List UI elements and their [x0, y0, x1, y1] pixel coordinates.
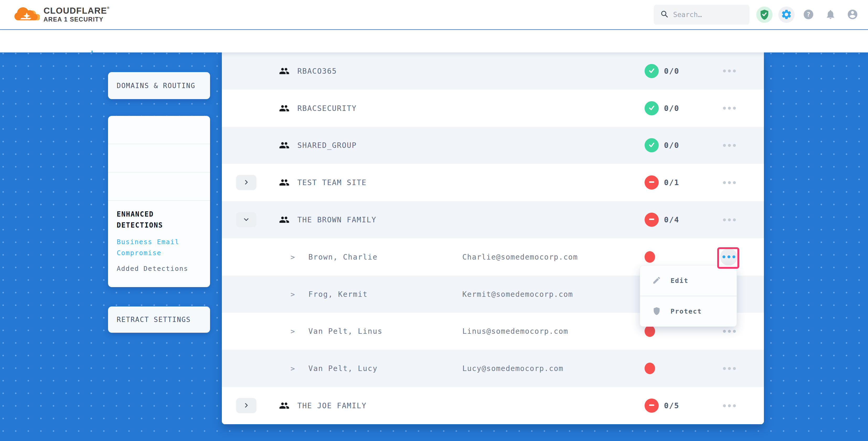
header-icons: ? — [756, 0, 861, 29]
menu-item-edit[interactable]: Edit — [640, 265, 737, 296]
group-name: TEST TEAM SITE — [298, 178, 367, 187]
bell-button[interactable] — [823, 6, 839, 23]
status-count: 0/5 — [664, 401, 679, 410]
group-row: RBACO365 0/0 — [222, 53, 764, 90]
ellipsis-icon — [723, 330, 726, 333]
directory-table: RBACO365 0/0 RBACSECURITY 0/0 SHARED_GRO… — [222, 53, 764, 424]
expand-button[interactable] — [236, 212, 256, 227]
sidebar-item-business-email-compromise[interactable]: Business Email Compromise — [117, 237, 202, 258]
status-count: 0/0 — [664, 104, 679, 113]
help-button[interactable]: ? — [800, 6, 816, 23]
sidebar-section-enhanced-detections: ENHANCED DETECTIONS Business Email Compr… — [108, 201, 210, 273]
menu-item-label: Protect — [671, 308, 702, 315]
ellipsis-icon — [723, 69, 726, 72]
check-icon — [647, 66, 656, 76]
search-input[interactable] — [673, 11, 739, 19]
sidebar-item-email-policies[interactable] — [108, 116, 210, 144]
member-name: Van Pelt, Lucy — [308, 364, 378, 373]
registered-mark: ® — [107, 6, 110, 10]
group-row: RBACSECURITY 0/0 — [222, 90, 764, 127]
member-row: > Van Pelt, Lucy Lucy@somedemocorp.com — [222, 350, 764, 387]
check-icon — [647, 140, 656, 150]
group-name: SHARED_GROUP — [298, 141, 356, 150]
bell-icon — [825, 9, 836, 21]
status-count: 0/1 — [664, 178, 679, 187]
member-email: Linus@somedemocorp.com — [462, 327, 568, 336]
group-row: SHARED_GROUP 0/0 — [222, 127, 764, 164]
context-menu: Edit Protect — [640, 265, 737, 327]
status-dot — [645, 251, 655, 263]
shield-check-icon — [758, 9, 770, 21]
row-menu-button[interactable] — [720, 173, 739, 192]
gear-button[interactable] — [778, 6, 795, 23]
member-name: Brown, Charlie — [308, 252, 378, 261]
status-dot — [645, 325, 655, 337]
member-email: Lucy@somedemocorp.com — [462, 364, 563, 373]
member-chevron-icon: > — [290, 253, 295, 261]
sidebar-item-label: DOMAINS & ROUTING — [108, 82, 195, 90]
group-name: RBACSECURITY — [298, 104, 356, 113]
brand-subtitle: AREA 1 SECURITY — [43, 16, 110, 23]
status-count: 0/4 — [664, 215, 679, 224]
brand-name: CLOUDFLARE® — [43, 6, 110, 15]
group-row: THE BROWN FAMILY 0/4 — [222, 201, 764, 238]
tab-bar — [0, 30, 868, 53]
status-count: 0/0 — [664, 141, 679, 150]
group-name: THE JOE FAMILY — [298, 401, 367, 410]
member-email: Kermit@somedemocorp.com — [462, 290, 573, 298]
row-menu-button[interactable] — [720, 211, 739, 229]
group-icon — [279, 215, 289, 225]
group-name: THE BROWN FAMILY — [298, 216, 377, 224]
expand-button[interactable] — [236, 398, 256, 413]
group-icon — [279, 400, 289, 411]
status-count: 0/0 — [664, 67, 679, 75]
row-menu-button[interactable] — [720, 99, 739, 118]
group-name: RBACO365 — [298, 67, 337, 75]
pencil-icon — [652, 276, 661, 286]
user-button[interactable] — [844, 6, 861, 23]
ellipsis-icon — [723, 218, 726, 221]
page: CLOUDFLARE® AREA 1 SECURITY ? DOMAINS & … — [0, 0, 868, 441]
sidebar-item-block-list[interactable] — [108, 172, 210, 201]
status-badge — [645, 213, 659, 227]
status-badge — [645, 399, 659, 413]
group-icon — [279, 103, 289, 114]
chevron-right-icon — [243, 179, 249, 186]
expand-button[interactable] — [236, 175, 256, 190]
member-chevron-icon: > — [290, 290, 295, 298]
sidebar-item-domains-routing[interactable]: DOMAINS & ROUTING — [108, 72, 210, 99]
ellipsis-icon — [723, 144, 726, 147]
sidebar-item-allow-list[interactable] — [108, 144, 210, 172]
ellipsis-icon — [723, 404, 726, 407]
group-icon — [279, 66, 289, 76]
svg-text:?: ? — [807, 11, 810, 18]
row-menu-button[interactable] — [720, 62, 739, 80]
minus-icon — [647, 178, 656, 187]
gear-icon — [781, 9, 792, 21]
chevron-down-icon — [243, 216, 249, 223]
group-icon — [279, 140, 289, 151]
member-chevron-icon: > — [290, 327, 295, 335]
menu-item-protect[interactable]: Protect — [640, 296, 737, 326]
check-icon — [647, 103, 656, 113]
row-menu-button[interactable] — [720, 397, 739, 415]
ellipsis-icon — [723, 107, 726, 109]
status-badge — [645, 138, 659, 152]
ellipsis-icon — [723, 181, 726, 184]
search-box[interactable] — [654, 5, 749, 25]
ellipsis-icon — [723, 367, 726, 370]
row-menu-button[interactable] — [720, 359, 739, 378]
click-highlight-box — [717, 247, 739, 269]
shield-check-button[interactable] — [756, 6, 773, 23]
app-header: CLOUDFLARE® AREA 1 SECURITY ? — [0, 0, 868, 29]
menu-item-label: Edit — [671, 277, 688, 284]
status-dot — [645, 363, 655, 374]
member-name: Van Pelt, Linus — [308, 327, 382, 336]
sidebar-item-retract-settings[interactable]: RETRACT SETTINGS — [108, 307, 210, 333]
sidebar-item-added-detections[interactable]: Added Detections — [117, 265, 202, 273]
cloudflare-cloud-icon — [12, 6, 40, 23]
minus-icon — [647, 401, 656, 411]
chevron-right-icon — [243, 402, 249, 409]
group-icon — [279, 177, 289, 188]
row-menu-button[interactable] — [720, 136, 739, 154]
